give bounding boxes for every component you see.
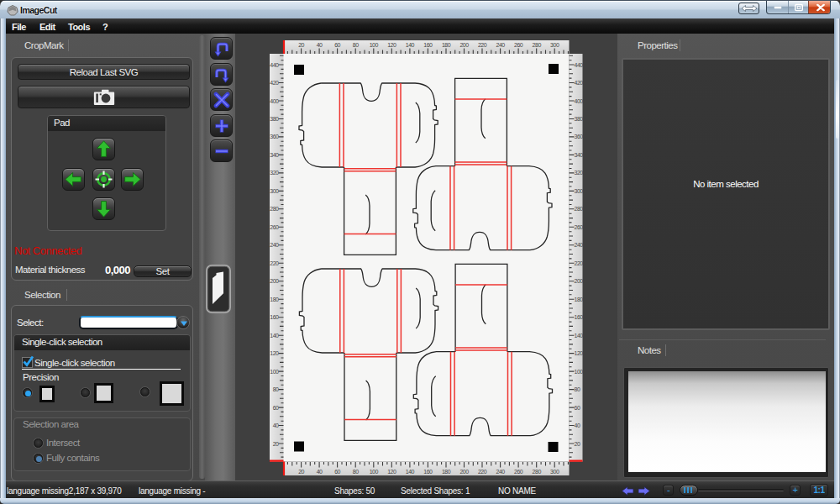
svg-text:100: 100 xyxy=(270,369,279,375)
svg-text:20: 20 xyxy=(273,441,279,447)
svg-text:80: 80 xyxy=(353,469,359,475)
svg-text:240: 240 xyxy=(270,242,279,248)
svg-text:280: 280 xyxy=(575,206,584,212)
svg-text:260: 260 xyxy=(514,42,523,48)
svg-text:380: 380 xyxy=(575,116,584,122)
svg-text:220: 220 xyxy=(575,260,584,266)
svg-text:120: 120 xyxy=(270,350,279,356)
svg-text:160: 160 xyxy=(575,314,584,320)
svg-text:280: 280 xyxy=(533,469,542,475)
svg-text:180: 180 xyxy=(270,297,279,302)
svg-text:180: 180 xyxy=(442,469,451,475)
svg-text:400: 400 xyxy=(270,98,279,104)
svg-text:160: 160 xyxy=(423,42,433,48)
svg-text:280: 280 xyxy=(270,206,279,212)
svg-text:200: 200 xyxy=(575,278,584,284)
svg-text:20: 20 xyxy=(298,469,304,475)
svg-text:360: 360 xyxy=(575,134,584,139)
svg-text:380: 380 xyxy=(270,116,279,122)
svg-text:220: 220 xyxy=(270,260,279,266)
svg-text:260: 260 xyxy=(270,224,279,230)
svg-text:60: 60 xyxy=(273,405,279,411)
svg-text:40: 40 xyxy=(317,469,323,475)
svg-text:140: 140 xyxy=(406,42,415,48)
svg-text:320: 320 xyxy=(575,170,584,176)
svg-text:260: 260 xyxy=(514,469,523,475)
svg-text:220: 220 xyxy=(478,42,487,48)
svg-text:240: 240 xyxy=(496,42,506,48)
svg-text:140: 140 xyxy=(575,333,584,339)
svg-text:340: 340 xyxy=(270,152,279,158)
svg-text:300: 300 xyxy=(550,469,559,475)
svg-text:340: 340 xyxy=(575,152,584,158)
svg-text:420: 420 xyxy=(270,80,279,86)
svg-text:120: 120 xyxy=(387,42,396,48)
svg-text:160: 160 xyxy=(423,469,433,475)
svg-text:160: 160 xyxy=(270,314,279,320)
svg-text:100: 100 xyxy=(370,42,379,48)
svg-text:60: 60 xyxy=(334,469,340,475)
svg-text:420: 420 xyxy=(575,80,584,86)
svg-text:40: 40 xyxy=(273,423,279,428)
svg-text:140: 140 xyxy=(270,333,279,339)
svg-text:180: 180 xyxy=(575,297,584,302)
svg-text:240: 240 xyxy=(575,242,584,248)
svg-text:20: 20 xyxy=(298,42,304,48)
svg-text:200: 200 xyxy=(270,278,279,284)
svg-text:60: 60 xyxy=(575,405,580,411)
svg-text:100: 100 xyxy=(370,469,379,475)
svg-text:260: 260 xyxy=(575,224,584,230)
svg-text:80: 80 xyxy=(575,386,580,392)
svg-text:40: 40 xyxy=(317,42,323,48)
svg-text:300: 300 xyxy=(575,188,584,194)
svg-text:300: 300 xyxy=(550,42,559,48)
svg-text:180: 180 xyxy=(442,42,451,48)
svg-text:140: 140 xyxy=(406,469,415,475)
svg-text:220: 220 xyxy=(478,469,487,475)
svg-text:440: 440 xyxy=(575,62,584,68)
svg-text:280: 280 xyxy=(533,42,542,48)
svg-text:120: 120 xyxy=(387,469,396,475)
svg-text:320: 320 xyxy=(270,170,279,176)
svg-text:200: 200 xyxy=(459,469,469,475)
svg-text:80: 80 xyxy=(273,386,279,392)
svg-text:240: 240 xyxy=(496,469,506,475)
svg-text:400: 400 xyxy=(575,98,584,104)
svg-text:440: 440 xyxy=(270,62,279,68)
svg-text:100: 100 xyxy=(575,369,584,375)
svg-text:360: 360 xyxy=(270,134,279,139)
svg-text:60: 60 xyxy=(334,42,340,48)
svg-text:40: 40 xyxy=(575,423,580,428)
svg-text:120: 120 xyxy=(575,350,584,356)
svg-text:80: 80 xyxy=(353,42,359,48)
svg-text:200: 200 xyxy=(459,42,469,48)
svg-text:300: 300 xyxy=(270,188,279,194)
svg-text:20: 20 xyxy=(575,441,580,447)
